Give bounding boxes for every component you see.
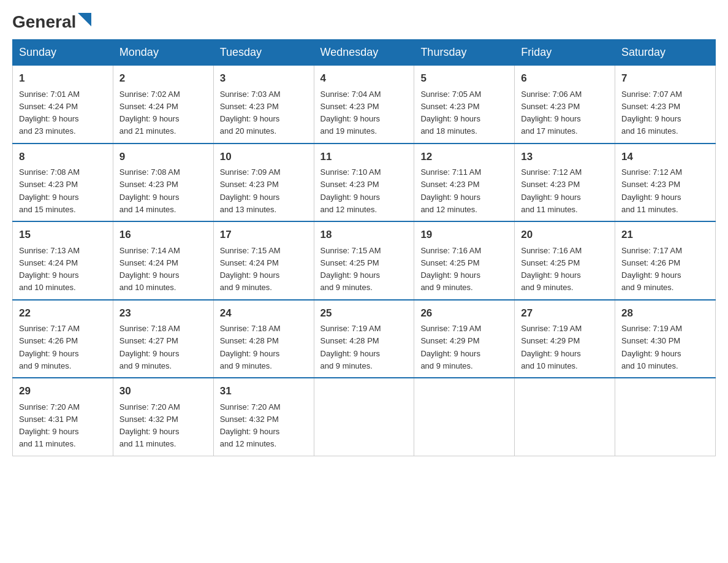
calendar-day-cell: 6 Sunrise: 7:06 AM Sunset: 4:23 PM Dayli…: [515, 66, 615, 144]
day-info: Sunrise: 7:19 AM Sunset: 4:29 PM Dayligh…: [420, 324, 481, 370]
logo: General: [12, 12, 91, 27]
calendar-day-cell: [615, 378, 716, 456]
calendar-week-row: 1 Sunrise: 7:01 AM Sunset: 4:24 PM Dayli…: [13, 66, 716, 144]
day-number: 25: [320, 305, 408, 321]
day-number: 14: [621, 149, 709, 165]
calendar-day-cell: 1 Sunrise: 7:01 AM Sunset: 4:24 PM Dayli…: [13, 66, 113, 144]
day-number: 17: [220, 227, 308, 243]
day-number: 3: [220, 71, 308, 86]
day-number: 1: [19, 71, 107, 86]
day-number: 11: [320, 149, 408, 165]
weekday-header-monday: Monday: [113, 40, 213, 66]
calendar-day-cell: 25 Sunrise: 7:19 AM Sunset: 4:28 PM Dayl…: [314, 300, 414, 378]
weekday-header-tuesday: Tuesday: [213, 40, 314, 66]
day-number: 26: [420, 305, 508, 321]
weekday-header-row: SundayMondayTuesdayWednesdayThursdayFrid…: [13, 40, 716, 66]
day-info: Sunrise: 7:18 AM Sunset: 4:27 PM Dayligh…: [119, 324, 180, 370]
logo-arrow-icon: [78, 13, 91, 26]
day-number: 13: [521, 149, 609, 165]
calendar-week-row: 22 Sunrise: 7:17 AM Sunset: 4:26 PM Dayl…: [13, 300, 716, 378]
day-info: Sunrise: 7:16 AM Sunset: 4:25 PM Dayligh…: [521, 246, 582, 293]
calendar-day-cell: 31 Sunrise: 7:20 AM Sunset: 4:32 PM Dayl…: [213, 378, 314, 456]
calendar-day-cell: 8 Sunrise: 7:08 AM Sunset: 4:23 PM Dayli…: [13, 144, 113, 222]
day-number: 10: [220, 149, 308, 165]
calendar-day-cell: 15 Sunrise: 7:13 AM Sunset: 4:24 PM Dayl…: [13, 221, 113, 300]
day-info: Sunrise: 7:19 AM Sunset: 4:28 PM Dayligh…: [320, 324, 381, 370]
day-info: Sunrise: 7:12 AM Sunset: 4:23 PM Dayligh…: [621, 167, 682, 214]
day-number: 7: [621, 71, 709, 86]
day-info: Sunrise: 7:15 AM Sunset: 4:24 PM Dayligh…: [220, 246, 281, 293]
day-info: Sunrise: 7:03 AM Sunset: 4:23 PM Dayligh…: [220, 90, 281, 136]
logo-text-general: General: [12, 12, 76, 32]
day-info: Sunrise: 7:06 AM Sunset: 4:23 PM Dayligh…: [521, 90, 582, 136]
day-info: Sunrise: 7:14 AM Sunset: 4:24 PM Dayligh…: [119, 246, 180, 293]
calendar-day-cell: 24 Sunrise: 7:18 AM Sunset: 4:28 PM Dayl…: [213, 300, 314, 378]
calendar-day-cell: 21 Sunrise: 7:17 AM Sunset: 4:26 PM Dayl…: [615, 221, 716, 300]
day-info: Sunrise: 7:20 AM Sunset: 4:32 PM Dayligh…: [119, 402, 180, 449]
calendar-week-row: 29 Sunrise: 7:20 AM Sunset: 4:31 PM Dayl…: [13, 378, 716, 456]
day-number: 31: [220, 383, 308, 399]
calendar-day-cell: 28 Sunrise: 7:19 AM Sunset: 4:30 PM Dayl…: [615, 300, 716, 378]
day-info: Sunrise: 7:13 AM Sunset: 4:24 PM Dayligh…: [19, 246, 80, 293]
calendar-day-cell: [414, 378, 515, 456]
weekday-header-wednesday: Wednesday: [314, 40, 414, 66]
day-number: 16: [119, 227, 207, 243]
calendar-day-cell: 29 Sunrise: 7:20 AM Sunset: 4:31 PM Dayl…: [13, 378, 113, 456]
day-info: Sunrise: 7:02 AM Sunset: 4:24 PM Dayligh…: [119, 90, 180, 136]
svg-marker-0: [78, 13, 91, 26]
calendar-week-row: 8 Sunrise: 7:08 AM Sunset: 4:23 PM Dayli…: [13, 144, 716, 222]
day-number: 9: [119, 149, 207, 165]
day-info: Sunrise: 7:19 AM Sunset: 4:30 PM Dayligh…: [621, 324, 682, 370]
day-number: 18: [320, 227, 408, 243]
day-info: Sunrise: 7:09 AM Sunset: 4:23 PM Dayligh…: [220, 167, 281, 214]
day-number: 20: [521, 227, 609, 243]
calendar-day-cell: 3 Sunrise: 7:03 AM Sunset: 4:23 PM Dayli…: [213, 66, 314, 144]
calendar-day-cell: 22 Sunrise: 7:17 AM Sunset: 4:26 PM Dayl…: [13, 300, 113, 378]
day-number: 28: [621, 305, 709, 321]
day-info: Sunrise: 7:20 AM Sunset: 4:32 PM Dayligh…: [220, 402, 281, 449]
day-number: 5: [420, 71, 508, 86]
day-number: 22: [19, 305, 107, 321]
day-number: 12: [420, 149, 508, 165]
calendar-day-cell: [314, 378, 414, 456]
calendar-table: SundayMondayTuesdayWednesdayThursdayFrid…: [12, 39, 716, 456]
day-info: Sunrise: 7:17 AM Sunset: 4:26 PM Dayligh…: [19, 324, 80, 370]
day-info: Sunrise: 7:15 AM Sunset: 4:25 PM Dayligh…: [320, 246, 381, 293]
day-number: 8: [19, 149, 107, 165]
weekday-header-friday: Friday: [515, 40, 615, 66]
weekday-header-thursday: Thursday: [414, 40, 515, 66]
day-info: Sunrise: 7:16 AM Sunset: 4:25 PM Dayligh…: [420, 246, 481, 293]
day-info: Sunrise: 7:12 AM Sunset: 4:23 PM Dayligh…: [521, 167, 582, 214]
day-number: 24: [220, 305, 308, 321]
calendar-day-cell: 9 Sunrise: 7:08 AM Sunset: 4:23 PM Dayli…: [113, 144, 213, 222]
day-info: Sunrise: 7:10 AM Sunset: 4:23 PM Dayligh…: [320, 167, 381, 214]
page-header: General: [12, 12, 716, 27]
day-number: 6: [521, 71, 609, 86]
day-info: Sunrise: 7:05 AM Sunset: 4:23 PM Dayligh…: [420, 90, 481, 136]
calendar-day-cell: 10 Sunrise: 7:09 AM Sunset: 4:23 PM Dayl…: [213, 144, 314, 222]
calendar-day-cell: 18 Sunrise: 7:15 AM Sunset: 4:25 PM Dayl…: [314, 221, 414, 300]
weekday-header-saturday: Saturday: [615, 40, 716, 66]
calendar-day-cell: 30 Sunrise: 7:20 AM Sunset: 4:32 PM Dayl…: [113, 378, 213, 456]
day-info: Sunrise: 7:01 AM Sunset: 4:24 PM Dayligh…: [19, 90, 80, 136]
day-number: 21: [621, 227, 709, 243]
day-number: 23: [119, 305, 207, 321]
day-info: Sunrise: 7:08 AM Sunset: 4:23 PM Dayligh…: [119, 167, 180, 214]
day-info: Sunrise: 7:19 AM Sunset: 4:29 PM Dayligh…: [521, 324, 582, 370]
calendar-day-cell: 27 Sunrise: 7:19 AM Sunset: 4:29 PM Dayl…: [515, 300, 615, 378]
day-info: Sunrise: 7:04 AM Sunset: 4:23 PM Dayligh…: [320, 90, 381, 136]
calendar-week-row: 15 Sunrise: 7:13 AM Sunset: 4:24 PM Dayl…: [13, 221, 716, 300]
calendar-day-cell: 19 Sunrise: 7:16 AM Sunset: 4:25 PM Dayl…: [414, 221, 515, 300]
day-info: Sunrise: 7:20 AM Sunset: 4:31 PM Dayligh…: [19, 402, 80, 449]
calendar-day-cell: 7 Sunrise: 7:07 AM Sunset: 4:23 PM Dayli…: [615, 66, 716, 144]
calendar-day-cell: 2 Sunrise: 7:02 AM Sunset: 4:24 PM Dayli…: [113, 66, 213, 144]
day-info: Sunrise: 7:07 AM Sunset: 4:23 PM Dayligh…: [621, 90, 682, 136]
calendar-day-cell: 16 Sunrise: 7:14 AM Sunset: 4:24 PM Dayl…: [113, 221, 213, 300]
day-number: 4: [320, 71, 408, 86]
calendar-day-cell: [515, 378, 615, 456]
day-number: 29: [19, 383, 107, 399]
calendar-day-cell: 13 Sunrise: 7:12 AM Sunset: 4:23 PM Dayl…: [515, 144, 615, 222]
calendar-day-cell: 14 Sunrise: 7:12 AM Sunset: 4:23 PM Dayl…: [615, 144, 716, 222]
calendar-day-cell: 5 Sunrise: 7:05 AM Sunset: 4:23 PM Dayli…: [414, 66, 515, 144]
calendar-day-cell: 20 Sunrise: 7:16 AM Sunset: 4:25 PM Dayl…: [515, 221, 615, 300]
